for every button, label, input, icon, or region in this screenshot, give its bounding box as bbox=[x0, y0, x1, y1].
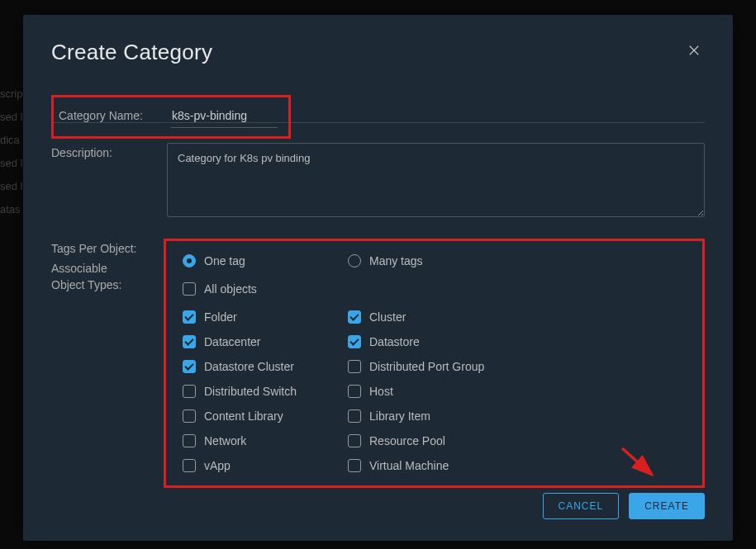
checkbox-label: Virtual Machine bbox=[369, 459, 449, 472]
checkbox-icon bbox=[183, 310, 196, 324]
tags-per-object-radios: One tag Many tags bbox=[183, 254, 686, 267]
checkbox-library-item[interactable]: Library Item bbox=[348, 409, 513, 423]
checkbox-label: Cluster bbox=[369, 310, 406, 324]
checkbox-cluster[interactable]: Cluster bbox=[348, 310, 513, 324]
create-category-modal: Create Category Category Name: Descripti… bbox=[23, 15, 733, 541]
modal-title: Create Category bbox=[51, 40, 212, 65]
radio-label: Many tags bbox=[369, 254, 423, 267]
description-row: Description: Category for K8s pv binding bbox=[51, 143, 705, 217]
checkbox-label: Datacenter bbox=[204, 335, 260, 348]
radio-one-tag[interactable]: One tag bbox=[183, 254, 348, 267]
checkbox-col-1: Folder Datacenter Datastore Cluster Dist… bbox=[183, 310, 348, 472]
checkbox-datastore-cluster[interactable]: Datastore Cluster bbox=[183, 360, 348, 373]
checkbox-vapp[interactable]: vApp bbox=[183, 459, 348, 472]
close-icon bbox=[687, 43, 701, 58]
checkbox-icon bbox=[348, 360, 361, 373]
associable-types-label-1: Associable bbox=[51, 258, 167, 275]
tags-per-object-label: Tags Per Object: bbox=[51, 239, 167, 255]
checkbox-icon bbox=[183, 335, 196, 348]
checkbox-label: Resource Pool bbox=[369, 434, 445, 447]
checkbox-distributed-port-group[interactable]: Distributed Port Group bbox=[348, 360, 513, 373]
category-name-label: Category Name: bbox=[59, 106, 170, 128]
cancel-button[interactable]: CANCEL bbox=[543, 493, 620, 519]
radio-dot-icon bbox=[183, 254, 196, 267]
checkbox-icon bbox=[348, 409, 361, 423]
checkbox-icon bbox=[183, 282, 196, 296]
checkbox-content-library[interactable]: Content Library bbox=[183, 409, 348, 423]
category-name-row: Category Name: bbox=[51, 95, 291, 139]
checkbox-label: All objects bbox=[204, 282, 257, 296]
radio-label: One tag bbox=[204, 254, 245, 267]
category-name-input[interactable] bbox=[170, 106, 278, 128]
checkbox-icon bbox=[348, 434, 361, 447]
checkbox-datacenter[interactable]: Datacenter bbox=[183, 335, 348, 348]
checkbox-distributed-switch[interactable]: Distributed Switch bbox=[183, 385, 348, 398]
checkbox-label: Host bbox=[369, 385, 393, 398]
checkbox-label: Datastore Cluster bbox=[204, 360, 294, 373]
create-button[interactable]: CREATE bbox=[629, 493, 705, 519]
all-objects-row: All objects bbox=[183, 282, 686, 296]
checkbox-host[interactable]: Host bbox=[348, 385, 513, 398]
side-labels: Tags Per Object: Associable Object Types… bbox=[51, 239, 167, 295]
checkbox-icon bbox=[183, 385, 196, 398]
checkbox-label: Network bbox=[204, 434, 246, 447]
checkbox-col-2: Cluster Datastore Distributed Port Group… bbox=[348, 310, 513, 472]
checkbox-grid: Folder Datacenter Datastore Cluster Dist… bbox=[183, 310, 686, 472]
checkbox-label: Distributed Port Group bbox=[369, 360, 484, 373]
associable-types-label-2: Object Types: bbox=[51, 278, 167, 291]
checkbox-icon bbox=[348, 335, 361, 348]
checkbox-folder[interactable]: Folder bbox=[183, 310, 348, 324]
close-button[interactable] bbox=[683, 40, 705, 64]
radio-circle-icon bbox=[348, 254, 361, 267]
description-label: Description: bbox=[51, 143, 167, 159]
checkbox-icon bbox=[183, 434, 196, 447]
checkbox-label: Distributed Switch bbox=[204, 385, 297, 398]
checkbox-icon bbox=[348, 310, 361, 324]
checkbox-label: Library Item bbox=[369, 409, 430, 423]
checkbox-datastore[interactable]: Datastore bbox=[348, 335, 513, 348]
options-row: Tags Per Object: Associable Object Types… bbox=[51, 239, 705, 488]
modal-header: Create Category bbox=[51, 40, 705, 65]
checkbox-icon bbox=[183, 459, 196, 472]
checkbox-icon bbox=[348, 459, 361, 472]
options-area: One tag Many tags All objects Folder Dat… bbox=[164, 239, 705, 488]
checkbox-all-objects[interactable]: All objects bbox=[183, 282, 348, 296]
checkbox-icon bbox=[183, 409, 196, 423]
checkbox-label: Folder bbox=[204, 310, 237, 324]
checkbox-label: Content Library bbox=[204, 409, 283, 423]
checkbox-resource-pool[interactable]: Resource Pool bbox=[348, 434, 513, 447]
checkbox-icon bbox=[348, 385, 361, 398]
checkbox-icon bbox=[183, 360, 196, 373]
checkbox-network[interactable]: Network bbox=[183, 434, 348, 447]
modal-footer: CANCEL CREATE bbox=[543, 493, 705, 519]
checkbox-label: vApp bbox=[204, 459, 231, 472]
checkbox-label: Datastore bbox=[369, 335, 420, 348]
radio-many-tags[interactable]: Many tags bbox=[348, 254, 513, 267]
checkbox-virtual-machine[interactable]: Virtual Machine bbox=[348, 459, 513, 472]
description-textarea[interactable]: Category for K8s pv binding bbox=[167, 143, 705, 217]
